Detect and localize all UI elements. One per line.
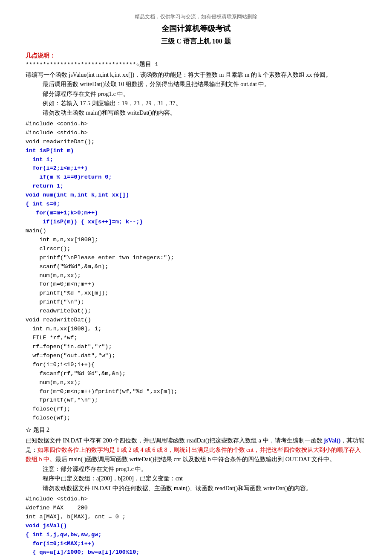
code2-line-1: #include <stdio.h> bbox=[26, 495, 366, 504]
desc1: 请编写一个函数 jsValue(int m,int k,int xx[])，该函… bbox=[26, 70, 366, 80]
desc1-indent3: 例如：若输入 17 5 则应输出：19，23，29，31，37。 bbox=[43, 99, 366, 108]
code-line-6: for(i=2;i<m;i++) bbox=[26, 164, 366, 173]
code-line-void12: fclose(wf); bbox=[26, 414, 366, 423]
code-line-2: #include <stdio.h> bbox=[26, 129, 366, 138]
code-line-12: if(isP(m)) { xx[s++]=m; k--;} bbox=[26, 218, 366, 227]
code-line-main10: readwriteDat(); bbox=[26, 307, 366, 316]
code2-line-4: void jsVal() bbox=[26, 522, 366, 531]
code-line-11: for(m=m+1;k>0;m++) bbox=[26, 209, 366, 218]
code-block-1: #include <conio.h> #include <stdio.h> vo… bbox=[26, 120, 366, 423]
watermark: 精品文档，仅供学习与交流，如有侵权请联系网站删除 bbox=[26, 13, 366, 21]
code-line-main6: num(m,n,xx); bbox=[26, 272, 366, 280]
title-main: 全国计算机等级考试 bbox=[26, 23, 366, 35]
code-line-main8: printf("%d ",xx[m]); bbox=[26, 289, 366, 298]
code-block-2: #include <stdio.h> #define MAX 200 int a… bbox=[26, 495, 366, 555]
code-line-3: void readwriteDat(); bbox=[26, 138, 366, 147]
desc1-indent1: 最后调用函数 writeDat()读取 10 组数据，分别得出结果且把结果输出到… bbox=[43, 80, 366, 89]
code2-line-6: for(i=0;i<MAX;i++) bbox=[26, 540, 366, 549]
code-line-main1: main() bbox=[26, 227, 366, 236]
code-line-7: if(m % i==0)return 0; bbox=[26, 173, 366, 182]
code-line-1: #include <conio.h> bbox=[26, 120, 366, 129]
code2-line-3: int a[MAX], b[MAX], cnt = 0 ; bbox=[26, 513, 366, 522]
topic2-note3: 请勿改动数据文件 IN.DAT 中的任何数据、主函数 main()、读函数 re… bbox=[43, 484, 366, 493]
topic2-star: ☆ 题目 2 bbox=[26, 425, 366, 435]
code2-line-2: #define MAX 200 bbox=[26, 504, 366, 513]
code-line-void8: num(m,n,xx); bbox=[26, 379, 366, 387]
topic2-desc: 已知数据文件 IN.DAT 中存有 200 个四位数，并已调用读函数 readD… bbox=[26, 436, 366, 465]
title-sub: 三级 C 语言上机 100 题 bbox=[26, 36, 366, 47]
code-line-void1: void readwriteDat() bbox=[26, 316, 366, 325]
topic2-note2: 程序中已定义数组：a[200]，b[200]，已定义变量：cnt bbox=[43, 474, 366, 483]
code-line-4: int isP(int m) bbox=[26, 147, 366, 156]
code-line-void2: int m,n,xx[1000], i; bbox=[26, 325, 366, 334]
code-line-void11: fclose(rf); bbox=[26, 405, 366, 414]
desc1-indent4: 请勿改动主函数 main()和写函数 writeDat()的内容。 bbox=[43, 108, 366, 118]
code-line-main2: int m,n,xx[1000]; bbox=[26, 236, 366, 245]
stars-line: ********************************☆题目 1 bbox=[26, 61, 366, 69]
code-line-10: { int s=0; bbox=[26, 200, 366, 209]
code-line-main3: clrscr(); bbox=[26, 245, 366, 254]
desc1-indent2: 部分源程序存在文件 prog1.c 中。 bbox=[43, 90, 366, 99]
topic2-note1: 注意：部分源程序存在文件 prog1.c 中。 bbox=[43, 465, 366, 474]
code-line-void7: fscanf(rf,"%d %d",&m,&n); bbox=[26, 370, 366, 379]
code-line-void4: rf=fopen("in.dat","r"); bbox=[26, 343, 366, 352]
section-header: 几点说明： bbox=[26, 51, 366, 61]
code-line-9: void num(int m,int k,int xx[]) bbox=[26, 191, 366, 200]
code-line-main7: for(m=0;m<n;m++) bbox=[26, 280, 366, 289]
code-line-main4: printf("\nPlease enter two integers:"); bbox=[26, 254, 366, 263]
code-line-void5: wf=fopen("out.dat","w"); bbox=[26, 352, 366, 361]
code-line-void9: for(m=0;m<n;m++)fprintf(wf,"%d ",xx[m]); bbox=[26, 387, 366, 396]
code-line-void6: for(i=0;i<10;i++){ bbox=[26, 361, 366, 370]
code-line-void3: FILE *rf,*wf; bbox=[26, 334, 366, 343]
code-line-5: int i; bbox=[26, 156, 366, 165]
code-line-8: return 1; bbox=[26, 182, 366, 191]
code2-line-5: { int i,j,qw,bw,sw,gw; bbox=[26, 531, 366, 540]
code-line-main9: printf("\n"); bbox=[26, 298, 366, 307]
code-line-main5: scanf("%d%d",&m,&n); bbox=[26, 263, 366, 272]
code2-line-7: { qw=a[i]/1000; bw=a[i]/100%10; bbox=[26, 548, 366, 555]
code-line-void10: fprintf(wf,"\n"); bbox=[26, 396, 366, 405]
